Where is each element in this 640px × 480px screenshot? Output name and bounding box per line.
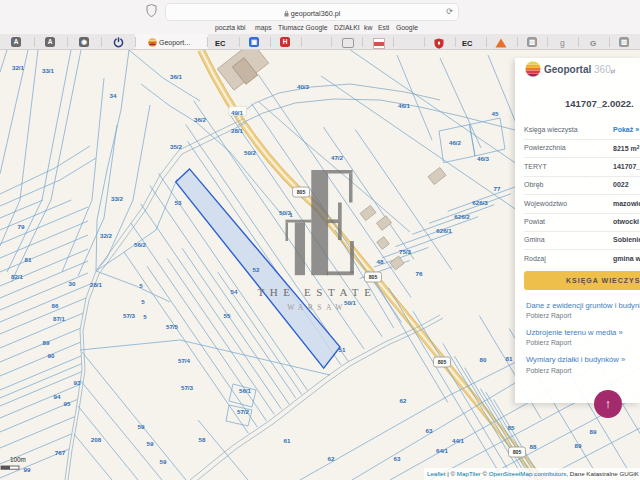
svg-text:80: 80: [480, 356, 487, 363]
svg-text:94: 94: [54, 393, 61, 400]
svg-text:5: 5: [139, 282, 143, 289]
svg-text:64/1: 64/1: [436, 447, 449, 454]
svg-text:46/3: 46/3: [477, 155, 490, 162]
svg-text:100m: 100m: [10, 456, 26, 463]
svg-text:40/3: 40/3: [297, 83, 310, 90]
svg-text:63: 63: [394, 455, 401, 462]
svg-text:47/2: 47/2: [331, 154, 344, 161]
svg-text:805: 805: [369, 274, 378, 280]
svg-text:77: 77: [494, 185, 501, 192]
svg-text:93: 93: [74, 379, 81, 386]
svg-text:50/2: 50/2: [244, 149, 257, 156]
svg-text:86: 86: [52, 302, 59, 309]
svg-text:52: 52: [253, 266, 260, 273]
svg-text:626/2: 626/2: [454, 213, 470, 220]
svg-text:32/1: 32/1: [12, 64, 25, 71]
svg-text:82/1: 82/1: [11, 273, 24, 280]
svg-text:35/2: 35/2: [170, 143, 183, 150]
svg-text:36/1: 36/1: [170, 73, 183, 80]
svg-text:54: 54: [231, 288, 238, 295]
svg-text:56/2: 56/2: [134, 241, 147, 248]
svg-text:88: 88: [530, 443, 537, 450]
svg-text:34: 34: [110, 92, 117, 99]
svg-text:28/1: 28/1: [231, 127, 244, 134]
svg-text:57/3: 57/3: [181, 384, 194, 391]
svg-text:57/4: 57/4: [178, 357, 191, 364]
svg-text:33/1: 33/1: [42, 67, 55, 74]
svg-text:63: 63: [426, 427, 433, 434]
svg-text:44/1: 44/1: [452, 437, 465, 444]
svg-text:85: 85: [508, 424, 515, 431]
svg-text:99: 99: [24, 466, 31, 473]
svg-text:89: 89: [575, 442, 582, 449]
svg-text:58: 58: [199, 436, 206, 443]
svg-text:49/1: 49/1: [231, 109, 244, 116]
svg-text:76: 76: [416, 270, 423, 277]
svg-text:WARSAW: WARSAW: [287, 303, 347, 312]
svg-text:1: 1: [289, 211, 293, 218]
svg-text:626/1: 626/1: [436, 227, 452, 234]
svg-text:56/1: 56/1: [239, 387, 252, 394]
svg-text:46/1: 46/1: [398, 102, 411, 109]
svg-text:5: 5: [141, 298, 145, 305]
svg-text:36/2: 36/2: [194, 116, 207, 123]
svg-text:32/2: 32/2: [100, 232, 113, 239]
svg-text:805: 805: [438, 359, 447, 365]
svg-text:805: 805: [297, 189, 306, 195]
svg-text:55: 55: [224, 312, 231, 319]
svg-text:95: 95: [64, 400, 71, 407]
svg-text:THE ESTATE: THE ESTATE: [258, 286, 377, 298]
svg-text:59: 59: [160, 458, 167, 465]
svg-text:805: 805: [513, 449, 522, 455]
svg-text:89: 89: [590, 428, 597, 435]
svg-text:57/2: 57/2: [237, 408, 250, 415]
svg-text:61: 61: [284, 437, 291, 444]
svg-text:62: 62: [400, 397, 407, 404]
svg-text:59: 59: [138, 423, 145, 430]
svg-text:75/3: 75/3: [399, 248, 412, 255]
svg-text:51: 51: [339, 346, 346, 353]
svg-text:46/2: 46/2: [449, 139, 462, 146]
svg-text:62: 62: [328, 455, 335, 462]
svg-text:87/1: 87/1: [53, 315, 66, 322]
svg-text:767: 767: [55, 449, 66, 456]
svg-text:626/3: 626/3: [472, 199, 488, 206]
svg-text:45: 45: [492, 110, 499, 117]
svg-text:79: 79: [18, 223, 25, 230]
svg-text:5: 5: [143, 313, 147, 320]
svg-text:33/2: 33/2: [111, 195, 124, 202]
svg-text:89: 89: [43, 339, 50, 346]
svg-text:59: 59: [147, 440, 154, 447]
svg-text:28/1: 28/1: [90, 281, 103, 288]
svg-text:81: 81: [506, 355, 513, 362]
svg-text:48: 48: [377, 258, 384, 265]
svg-text:57/3: 57/3: [123, 312, 136, 319]
svg-text:30: 30: [69, 280, 76, 287]
svg-text:208: 208: [91, 436, 102, 443]
svg-text:90: 90: [48, 352, 55, 359]
svg-text:81: 81: [25, 256, 32, 263]
svg-text:57/5: 57/5: [166, 323, 179, 330]
svg-text:53: 53: [175, 199, 182, 206]
